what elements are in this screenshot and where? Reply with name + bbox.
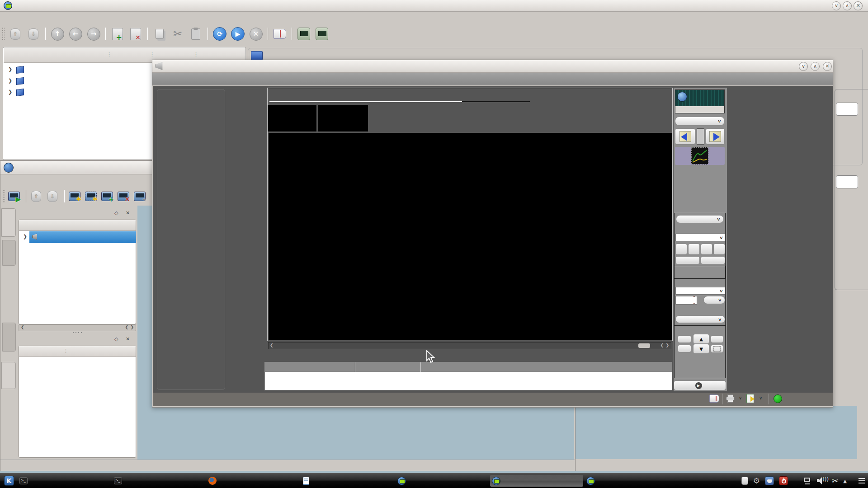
dock-float-icon[interactable]: ◇ (114, 336, 118, 342)
tab-widget[interactable] (2, 240, 16, 266)
network-icon[interactable] (803, 477, 812, 484)
start-icon[interactable]: ▶ (230, 26, 245, 42)
shift-up-button[interactable]: ▲ (693, 334, 709, 344)
aglks-titlebar[interactable]: ∨ ∧ ✕ (152, 60, 833, 73)
current-button[interactable] (675, 256, 700, 264)
tab-links[interactable] (1, 362, 16, 389)
dock-splitter[interactable] (72, 332, 83, 333)
legend-item[interactable] (318, 105, 368, 131)
export-icon[interactable] (746, 394, 754, 403)
one-to-one-button[interactable] (711, 335, 723, 343)
zoom-in-button[interactable] (678, 335, 691, 343)
add-widget-icon[interactable]: + (100, 189, 114, 203)
qtcfg-field[interactable] (836, 103, 858, 116)
new-widget-icon[interactable]: * (67, 189, 82, 203)
scrollbar-handle[interactable] (638, 343, 650, 348)
back-icon[interactable]: ← (68, 26, 83, 42)
depth-spinbox[interactable]: ⌃ ⌄ (675, 296, 697, 305)
tab-projects[interactable] (1, 208, 16, 237)
load-icon[interactable]: ⇧ (29, 189, 43, 203)
chevron-down-icon[interactable]: ∨ (759, 395, 762, 400)
fast-forward-button[interactable] (713, 244, 725, 255)
task-vision[interactable] (585, 475, 678, 487)
trend-hscrollbar[interactable]: ❮ ❮ ❯ (268, 342, 671, 349)
aglks-close-button[interactable]: ✕ (823, 62, 832, 71)
run-project-icon[interactable]: ▶ (7, 189, 21, 203)
cut-icon[interactable]: ✂ (170, 26, 185, 42)
message-list[interactable] (264, 362, 672, 390)
dock-close-icon[interactable]: ✕ (126, 336, 130, 342)
play-demo-button[interactable]: ▶ (674, 380, 726, 390)
begin-select[interactable]: ∨ (675, 287, 725, 295)
del-widget-icon[interactable]: ✕ (116, 189, 131, 203)
oscada-logo[interactable] (675, 89, 725, 113)
tab-attributes[interactable] (2, 323, 16, 352)
time-select[interactable]: ∨ (675, 234, 725, 241)
kwallet-icon[interactable] (765, 476, 774, 485)
klipper-icon[interactable] (741, 477, 748, 485)
scissors-icon[interactable]: ✂ (832, 476, 838, 485)
save-icon[interactable]: ⇩ (45, 189, 60, 203)
save-db-icon[interactable]: ⇩ (26, 26, 41, 42)
qtstarter-cfg-icon[interactable] (296, 26, 311, 42)
next-page-button[interactable] (706, 128, 725, 145)
copy-icon[interactable] (152, 26, 167, 42)
fast-back-button[interactable] (675, 244, 687, 255)
aglks-maximize-button[interactable]: ∧ (811, 62, 820, 71)
archive-select[interactable]: ∨ (675, 315, 725, 323)
menu-icon[interactable] (859, 478, 865, 483)
dock-hscrollbar[interactable]: ❮ ❮ ❯ (19, 324, 136, 331)
task-firefox[interactable] (207, 475, 300, 487)
legend-item[interactable] (268, 105, 316, 131)
toolbar-handle[interactable] (2, 27, 5, 41)
shift-down-button[interactable]: ▼ (693, 344, 709, 354)
add-item-icon[interactable]: + (110, 26, 125, 42)
task-terminal-2[interactable]: >_ (112, 475, 205, 487)
print-icon[interactable] (726, 394, 735, 403)
message-row[interactable] (265, 362, 672, 372)
task-qtcfg[interactable] (396, 475, 489, 487)
prev-page-button[interactable] (675, 128, 695, 145)
qtcfg-shade-button[interactable]: ∨ (832, 1, 841, 10)
page-thumbnail[interactable] (675, 147, 725, 165)
project-item-aglks[interactable]: ❯ (19, 231, 136, 243)
dock-close-icon[interactable]: ✕ (126, 210, 130, 216)
task-terminal-1[interactable]: >_ (18, 475, 111, 487)
qtcfg-titlebar[interactable]: ∨ ∧ ✕ (0, 0, 868, 12)
paste-icon[interactable] (188, 26, 203, 42)
qtcfg-field[interactable] (836, 175, 858, 188)
toolbar-handle[interactable] (2, 189, 5, 203)
tray-expand-icon[interactable]: ▲ (843, 479, 847, 483)
load-db-icon[interactable]: ⇧ (8, 26, 23, 42)
delete-item-icon[interactable]: ✕ (128, 26, 143, 42)
trend-plot[interactable] (269, 133, 672, 340)
up-icon[interactable]: ↑ (50, 26, 65, 42)
qtcfg-close-button[interactable]: ✕ (854, 1, 863, 10)
stop-icon[interactable]: ✕ (248, 26, 264, 42)
qtstarter-vision-icon[interactable] (314, 26, 330, 42)
forward-icon[interactable]: → (86, 26, 101, 42)
task-libreoffice[interactable] (301, 475, 394, 487)
widget-props-icon[interactable]: ⌁ (132, 189, 147, 203)
zoom-out-button[interactable] (678, 345, 691, 352)
cursor-button[interactable] (701, 256, 725, 264)
reload-icon[interactable]: ⟳ (212, 26, 227, 42)
depth-unit-select[interactable]: ∨ (703, 296, 725, 304)
kmenu-button[interactable]: K (4, 476, 14, 486)
forward-button[interactable] (701, 244, 712, 255)
dock-float-icon[interactable]: ◇ (114, 210, 118, 216)
doc-icon[interactable] (709, 394, 719, 403)
back-button[interactable] (688, 244, 700, 255)
volume-icon[interactable]: ))) (817, 477, 827, 484)
chevron-down-icon[interactable]: ∨ (739, 395, 742, 400)
item-select[interactable]: ∨ (676, 215, 724, 223)
manual-icon[interactable] (272, 26, 288, 42)
power-icon[interactable] (779, 476, 788, 485)
new-widget2-icon[interactable]: * (84, 189, 98, 203)
qtcfg-maximize-button[interactable]: ∧ (843, 1, 852, 10)
select-area-button[interactable] (711, 345, 723, 353)
gear-icon[interactable]: ⚙ (753, 476, 760, 485)
group-select[interactable]: ∨ (675, 117, 725, 126)
task-aglks-active[interactable] (490, 475, 583, 487)
aglks-shade-button[interactable]: ∨ (799, 62, 808, 71)
